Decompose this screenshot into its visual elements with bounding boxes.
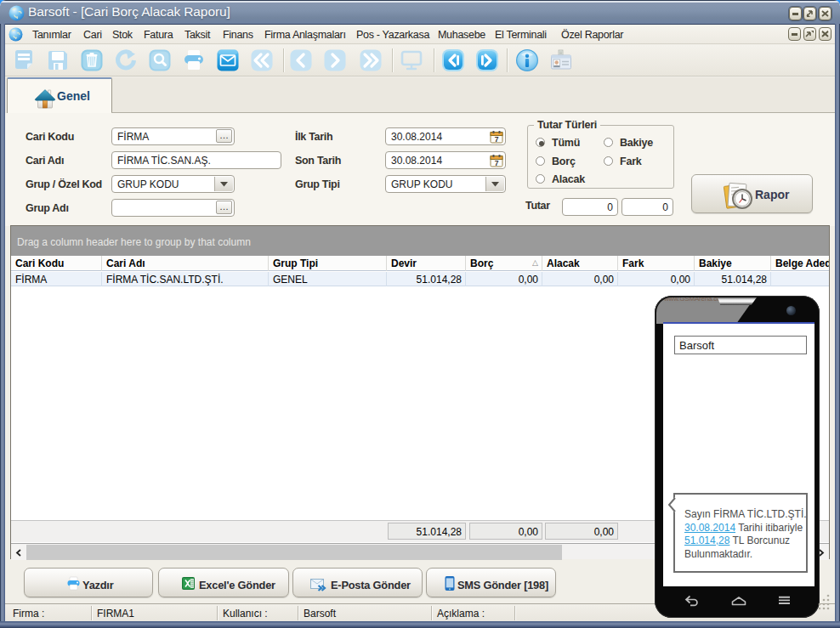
svg-text:7: 7 (495, 135, 499, 144)
svg-text:7: 7 (495, 159, 499, 167)
